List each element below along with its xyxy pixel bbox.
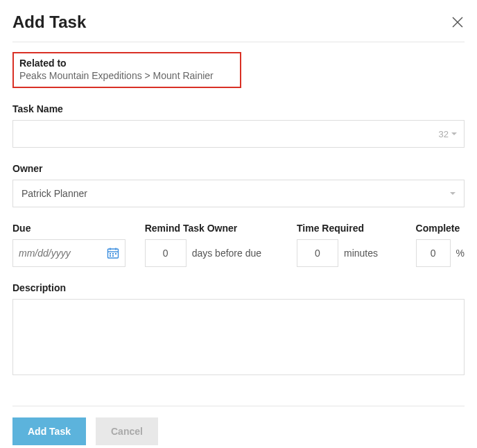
related-to-box: Related to Peaks Mountain Expeditions > …	[12, 52, 241, 88]
add-task-button[interactable]: Add Task	[12, 417, 86, 445]
complete-input[interactable]	[416, 239, 451, 267]
complete-label: Complete	[416, 223, 465, 234]
complete-group: Complete %	[416, 223, 465, 267]
related-to-label: Related to	[19, 58, 234, 69]
related-to-path: Peaks Mountain Expeditions > Mount Raini…	[19, 70, 234, 81]
time-required-input[interactable]	[297, 239, 338, 267]
due-input[interactable]	[19, 248, 88, 259]
remind-group: Remind Task Owner days before due	[145, 223, 277, 267]
complete-suffix: %	[456, 248, 465, 259]
description-group: Description	[12, 282, 465, 378]
due-label: Due	[12, 223, 125, 234]
dialog-title: Add Task	[12, 12, 86, 32]
due-group: Due	[12, 223, 125, 267]
time-required-group: Time Required minutes	[297, 223, 397, 267]
details-row: Due Remind Task Owner days before due Ti…	[12, 223, 465, 267]
owner-label: Owner	[12, 163, 465, 174]
close-icon[interactable]	[451, 15, 465, 29]
due-box[interactable]	[12, 239, 125, 267]
svg-rect-6	[110, 253, 111, 255]
remind-label: Remind Task Owner	[145, 223, 277, 234]
time-required-suffix: minutes	[344, 248, 378, 259]
task-name-label: Task Name	[12, 103, 465, 114]
owner-group: Owner Patrick Planner	[12, 163, 465, 207]
calendar-icon[interactable]	[107, 247, 119, 259]
description-input[interactable]	[12, 299, 465, 375]
task-name-counter: 32	[439, 129, 449, 139]
svg-rect-9	[110, 255, 111, 257]
time-required-label: Time Required	[297, 223, 397, 234]
remind-suffix: days before due	[192, 248, 261, 259]
description-label: Description	[12, 282, 465, 293]
svg-rect-10	[112, 255, 114, 257]
svg-rect-7	[112, 253, 114, 255]
task-name-input[interactable]	[20, 121, 439, 147]
owner-select[interactable]: Patrick Planner	[12, 180, 465, 207]
dialog-footer: Add Task Cancel	[12, 406, 465, 445]
cancel-button[interactable]: Cancel	[96, 417, 158, 445]
caret-down-icon	[451, 132, 457, 135]
dialog-header: Add Task	[12, 12, 465, 42]
task-name-group: Task Name 32	[12, 103, 465, 148]
owner-value: Patrick Planner	[21, 188, 87, 199]
remind-input[interactable]	[145, 239, 187, 267]
caret-down-icon	[450, 192, 456, 195]
svg-rect-8	[115, 253, 116, 255]
task-name-box[interactable]: 32	[12, 120, 465, 148]
